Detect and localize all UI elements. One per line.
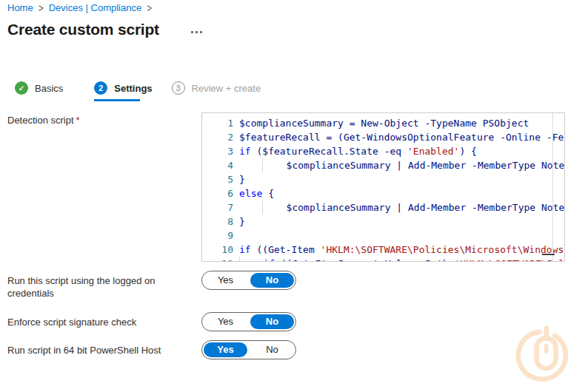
breadcrumb: Home > Devices | Compliance > xyxy=(7,2,152,13)
code-text: $featureRecall = (Get-WindowsOptionalFea… xyxy=(233,130,565,144)
code-line: 8} xyxy=(202,214,564,229)
toggle-option-no[interactable]: No xyxy=(250,273,294,288)
line-number: 5 xyxy=(202,172,233,186)
code-lines: 1$complianceSummary = New-Object -TypeNa… xyxy=(202,116,564,262)
line-number: 11 xyxy=(202,257,233,262)
editor-overview-ruler xyxy=(552,113,553,261)
code-text xyxy=(233,229,239,243)
code-text: } xyxy=(233,214,245,229)
mouse-logo-watermark-icon xyxy=(511,322,575,388)
code-line: 2$featureRecall = (Get-WindowsOptionalFe… xyxy=(202,130,564,144)
code-text: } xyxy=(233,172,245,186)
setting-label: Run script in 64 bit PowerShell Host xyxy=(7,344,194,356)
code-line: 7 $complianceSummary | Add-Member -Membe… xyxy=(202,200,564,214)
editor-occurrence-underline xyxy=(542,254,555,255)
chevron-right-icon: > xyxy=(39,1,44,13)
line-number: 4 xyxy=(202,158,233,172)
setting-label: Run this script using the logged on cred… xyxy=(7,274,194,300)
line-number: 10 xyxy=(202,243,233,257)
active-tab-underline xyxy=(94,99,140,101)
line-number: 7 xyxy=(202,200,233,214)
toggle-enforce-signature-check[interactable]: Yes No xyxy=(201,312,296,331)
code-line: 11 if ((Get-ItemPropertyValue -Path 'HKL… xyxy=(202,257,564,262)
code-text: if ((Get-Item 'HKLM:\SOFTWARE\Policies\M… xyxy=(233,243,564,257)
more-menu-icon[interactable] xyxy=(191,31,202,33)
step-2-badge: 2 xyxy=(94,81,107,95)
code-text: $complianceSummary | Add-Member -MemberT… xyxy=(233,158,565,172)
required-marker: * xyxy=(76,115,80,126)
toggle-option-no[interactable]: No xyxy=(250,342,294,357)
line-number: 6 xyxy=(202,186,233,200)
code-text: if ($featureRecall.State -eq 'Enabled') … xyxy=(233,144,477,158)
line-number: 2 xyxy=(202,130,233,144)
code-line: 4 $complianceSummary | Add-Member -Membe… xyxy=(202,158,564,172)
toggle-option-yes[interactable]: Yes xyxy=(204,314,247,329)
tab-review-create-label: Review + create xyxy=(192,83,261,94)
detection-script-editor[interactable]: 1$complianceSummary = New-Object -TypeNa… xyxy=(201,112,565,262)
line-number: 9 xyxy=(202,229,233,243)
wizard-tabs: ✓ Basics 2 Settings 3 Review + create xyxy=(15,81,261,101)
tab-basics-label: Basics xyxy=(35,83,63,94)
tab-basics[interactable]: ✓ Basics xyxy=(15,81,63,101)
code-line: 9 xyxy=(202,229,564,243)
code-text: else { xyxy=(233,186,274,200)
line-number: 3 xyxy=(202,144,233,158)
code-line: 1$complianceSummary = New-Object -TypeNa… xyxy=(202,116,564,130)
page-title: Create custom script xyxy=(7,21,159,38)
code-text: $complianceSummary | Add-Member -MemberT… xyxy=(233,200,565,214)
code-line: 3if ($featureRecall.State -eq 'Enabled')… xyxy=(202,144,564,158)
chevron-right-icon: > xyxy=(147,1,152,13)
code-text: if ((Get-ItemPropertyValue -Path 'HKLM:\… xyxy=(233,257,564,262)
setting-label: Enforce script signature check xyxy=(7,316,194,328)
code-text: $complianceSummary = New-Object -TypeNam… xyxy=(233,116,529,130)
tab-settings-label: Settings xyxy=(114,83,152,94)
line-number: 1 xyxy=(202,116,233,130)
toggle-run-64bit-powershell[interactable]: Yes No xyxy=(201,340,296,359)
breadcrumb-link-devices-compliance[interactable]: Devices | Compliance xyxy=(49,2,141,13)
toggle-option-yes[interactable]: Yes xyxy=(204,342,247,357)
code-line: 6else { xyxy=(202,186,564,200)
breadcrumb-link-home[interactable]: Home xyxy=(7,2,33,13)
step-3-badge: 3 xyxy=(172,81,185,95)
code-line: 10if ((Get-Item 'HKLM:\SOFTWARE\Policies… xyxy=(202,243,564,257)
toggle-run-logged-on-credentials[interactable]: Yes No xyxy=(201,271,296,290)
detection-script-label: Detection script* xyxy=(7,115,80,126)
line-number: 8 xyxy=(202,214,233,229)
toggle-option-no[interactable]: No xyxy=(250,314,294,329)
check-icon: ✓ xyxy=(15,81,28,95)
tab-settings[interactable]: 2 Settings xyxy=(94,81,152,101)
tab-review-create[interactable]: 3 Review + create xyxy=(172,81,261,101)
toggle-option-yes[interactable]: Yes xyxy=(204,273,247,288)
code-line: 5} xyxy=(202,172,564,186)
